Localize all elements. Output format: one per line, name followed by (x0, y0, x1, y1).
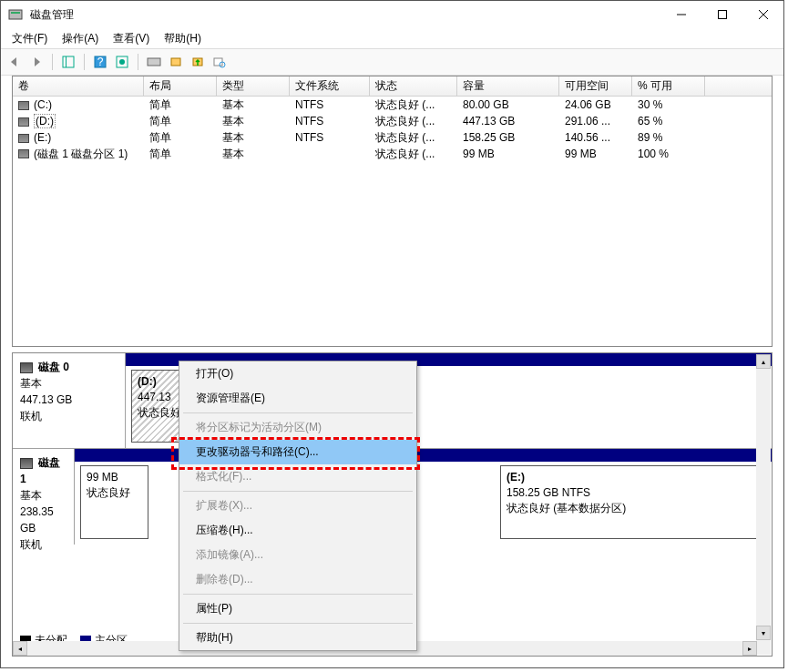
partition[interactable]: 99 MB状态良好 (80, 465, 148, 539)
ctx-open[interactable]: 打开(O) (179, 361, 416, 386)
col-capacity[interactable]: 容量 (457, 76, 559, 96)
maximize-button[interactable] (701, 1, 742, 28)
table-header: 卷 布局 类型 文件系统 状态 容量 可用空间 % 可用 (13, 76, 772, 97)
scroll-down[interactable]: ▾ (756, 626, 771, 640)
svg-rect-6 (63, 56, 74, 67)
ctx-shrink[interactable]: 压缩卷(H)... (179, 518, 416, 543)
toolbar-separator (84, 54, 85, 70)
tb-icon-5[interactable] (210, 52, 230, 72)
toolbar-separator (52, 54, 53, 70)
svg-rect-13 (171, 58, 180, 66)
context-menu: 打开(O) 资源管理器(E) 将分区标记为活动分区(M) 更改驱动器号和路径(C… (179, 361, 417, 651)
disk-label: 磁盘 1基本238.35 GB联机 (13, 449, 75, 545)
menubar: 文件(F) 操作(A) 查看(V) 帮助(H) (1, 28, 783, 48)
svg-point-11 (119, 59, 125, 65)
col-layout[interactable]: 布局 (144, 76, 217, 96)
tb-icon-2[interactable] (112, 52, 132, 72)
ctx-change-letter[interactable]: 更改驱动器号和路径(C)... (179, 440, 416, 464)
svg-rect-12 (148, 58, 160, 66)
table-row[interactable]: (C:)简单基本NTFS状态良好 (...80.00 GB24.06 GB30 … (13, 97, 772, 113)
tb-icon-disk[interactable] (144, 52, 164, 72)
col-fs[interactable]: 文件系统 (290, 76, 370, 96)
toolbar-separator (138, 54, 138, 70)
menu-file[interactable]: 文件(F) (5, 29, 55, 48)
tb-icon-4[interactable] (188, 52, 208, 72)
svg-rect-1 (11, 12, 20, 14)
ctx-help[interactable]: 帮助(H) (179, 626, 416, 650)
scroll-right[interactable]: ▸ (742, 641, 757, 656)
partition[interactable]: (E:)158.25 GB NTFS状态良好 (基本数据分区) (500, 465, 766, 539)
vertical-scrollbar[interactable]: ▴ ▾ (756, 354, 771, 655)
table-row[interactable]: (E:)简单基本NTFS状态良好 (...158.25 GB140.56 ...… (13, 129, 772, 146)
scroll-up[interactable]: ▴ (756, 354, 771, 369)
window-buttons (660, 1, 783, 28)
window-title: 磁盘管理 (30, 7, 660, 23)
menu-action[interactable]: 操作(A) (55, 29, 106, 48)
col-volume[interactable]: 卷 (13, 76, 144, 96)
ctx-explorer[interactable]: 资源管理器(E) (179, 386, 416, 411)
ctx-mirror: 添加镜像(A)... (179, 543, 416, 567)
col-free[interactable]: 可用空间 (559, 76, 632, 96)
col-type[interactable]: 类型 (217, 76, 290, 96)
disk-management-window: 磁盘管理 文件(F) 操作(A) 查看(V) 帮助(H) ? 卷 布局 类 (0, 0, 784, 668)
menu-help[interactable]: 帮助(H) (157, 29, 209, 48)
ctx-mark-active: 将分区标记为活动分区(M) (179, 415, 416, 440)
scroll-left[interactable]: ◂ (13, 641, 27, 656)
titlebar: 磁盘管理 (1, 1, 783, 28)
ctx-delete: 删除卷(D)... (179, 567, 416, 592)
app-icon (8, 7, 23, 22)
table-row[interactable]: (磁盘 1 磁盘分区 1)简单基本状态良好 (...99 MB99 MB100 … (13, 146, 772, 162)
col-pct[interactable]: % 可用 (632, 76, 705, 96)
ctx-extend: 扩展卷(X)... (179, 494, 416, 518)
tb-icon-1[interactable] (58, 52, 78, 72)
table-row[interactable]: (D:)简单基本NTFS状态良好 (...447.13 GB291.06 ...… (13, 113, 772, 129)
close-button[interactable] (742, 1, 783, 28)
table-body: (C:)简单基本NTFS状态良好 (...80.00 GB24.06 GB30 … (13, 97, 772, 162)
ctx-format: 格式化(F)... (179, 464, 416, 489)
ctx-properties[interactable]: 属性(P) (179, 596, 416, 621)
svg-rect-3 (718, 11, 726, 19)
help-icon[interactable]: ? (90, 52, 110, 72)
minimize-button[interactable] (660, 1, 701, 28)
back-button[interactable] (5, 52, 25, 72)
col-status[interactable]: 状态 (370, 76, 457, 96)
tb-icon-3[interactable] (166, 52, 186, 72)
menu-view[interactable]: 查看(V) (106, 29, 157, 48)
svg-text:?: ? (97, 56, 104, 68)
forward-button[interactable] (26, 52, 46, 72)
disk-label: 磁盘 0基本447.13 GB联机 (13, 353, 126, 448)
svg-rect-7 (66, 56, 67, 67)
toolbar: ? (1, 48, 783, 76)
svg-rect-0 (9, 10, 22, 19)
volume-list: 卷 布局 类型 文件系统 状态 容量 可用空间 % 可用 (C:)简单基本NTF… (12, 76, 773, 347)
